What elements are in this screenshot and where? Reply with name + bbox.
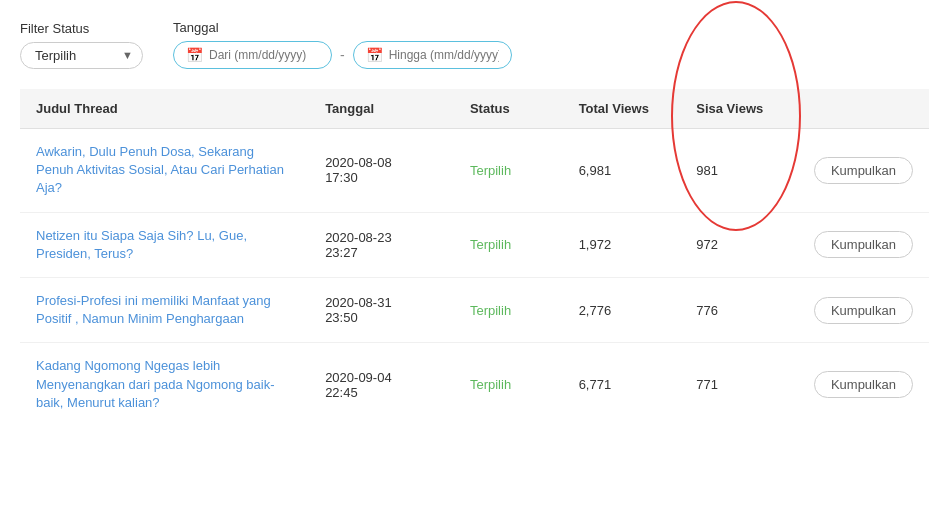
cell-action: Kumpulkan <box>798 212 929 277</box>
tanggal-value: 2020-08-3123:50 <box>325 295 392 325</box>
date-range: 📅 - 📅 <box>173 41 512 69</box>
dari-date-input[interactable] <box>209 48 319 62</box>
cell-tanggal: 2020-09-0422:45 <box>309 343 454 426</box>
hingga-date-input[interactable] <box>389 48 499 62</box>
cell-sisa-views: 771 <box>680 343 798 426</box>
total-views-value: 2,776 <box>579 303 612 318</box>
sisa-views-value: 972 <box>696 237 718 252</box>
table-row: Kadang Ngomong Ngegas lebih Menyenangkan… <box>20 343 929 426</box>
cell-tanggal: 2020-08-0817:30 <box>309 129 454 213</box>
tanggal-value: 2020-08-2323:27 <box>325 230 392 260</box>
kumpulkan-button[interactable]: Kumpulkan <box>814 231 913 258</box>
table-body: Awkarin, Dulu Penuh Dosa, Sekarang Penuh… <box>20 129 929 426</box>
col-header-action <box>798 89 929 129</box>
cell-tanggal: 2020-08-3123:50 <box>309 277 454 342</box>
kumpulkan-button[interactable]: Kumpulkan <box>814 297 913 324</box>
cell-judul: Netizen itu Siapa Saja Sih? Lu, Gue, Pre… <box>20 212 309 277</box>
table-row: Profesi-Profesi ini memiliki Manfaat yan… <box>20 277 929 342</box>
total-views-value: 6,771 <box>579 377 612 392</box>
cell-total-views: 1,972 <box>563 212 681 277</box>
cell-judul: Kadang Ngomong Ngegas lebih Menyenangkan… <box>20 343 309 426</box>
cell-sisa-views: 776 <box>680 277 798 342</box>
col-header-judul: Judul Thread <box>20 89 309 129</box>
calendar-icon: 📅 <box>186 47 203 63</box>
thread-title-link[interactable]: Netizen itu Siapa Saja Sih? Lu, Gue, Pre… <box>36 228 247 261</box>
cell-tanggal: 2020-08-2323:27 <box>309 212 454 277</box>
cell-action: Kumpulkan <box>798 343 929 426</box>
col-header-sisa-views: Sisa Views <box>680 89 798 129</box>
cell-status: Terpilih <box>454 343 563 426</box>
date-range-separator: - <box>340 47 345 63</box>
status-filter-group: Filter Status Terpilih Semua Tidak Terpi… <box>20 21 143 69</box>
calendar-icon-2: 📅 <box>366 47 383 63</box>
filter-bar: Filter Status Terpilih Semua Tidak Terpi… <box>20 20 929 69</box>
cell-judul: Profesi-Profesi ini memiliki Manfaat yan… <box>20 277 309 342</box>
cell-total-views: 6,981 <box>563 129 681 213</box>
thread-title-link[interactable]: Awkarin, Dulu Penuh Dosa, Sekarang Penuh… <box>36 144 284 195</box>
cell-action: Kumpulkan <box>798 277 929 342</box>
col-header-status: Status <box>454 89 563 129</box>
tanggal-value: 2020-09-0422:45 <box>325 370 392 400</box>
table-row: Awkarin, Dulu Penuh Dosa, Sekarang Penuh… <box>20 129 929 213</box>
sisa-views-value: 981 <box>696 163 718 178</box>
cell-judul: Awkarin, Dulu Penuh Dosa, Sekarang Penuh… <box>20 129 309 213</box>
tanggal-value: 2020-08-0817:30 <box>325 155 392 185</box>
col-header-total-views: Total Views <box>563 89 681 129</box>
date-filter-group: Tanggal 📅 - 📅 <box>173 20 512 69</box>
status-badge: Terpilih <box>470 377 511 392</box>
hingga-date-wrapper: 📅 <box>353 41 512 69</box>
status-badge: Terpilih <box>470 237 511 252</box>
cell-status: Terpilih <box>454 277 563 342</box>
cell-status: Terpilih <box>454 129 563 213</box>
cell-sisa-views: 972 <box>680 212 798 277</box>
table-container: Judul Thread Tanggal Status Total Views … <box>20 89 929 426</box>
threads-table: Judul Thread Tanggal Status Total Views … <box>20 89 929 426</box>
kumpulkan-button[interactable]: Kumpulkan <box>814 371 913 398</box>
cell-status: Terpilih <box>454 212 563 277</box>
kumpulkan-button[interactable]: Kumpulkan <box>814 157 913 184</box>
status-select[interactable]: Terpilih Semua Tidak Terpilih <box>20 42 143 69</box>
cell-sisa-views: 981 <box>680 129 798 213</box>
total-views-value: 1,972 <box>579 237 612 252</box>
cell-action: Kumpulkan <box>798 129 929 213</box>
header-row: Judul Thread Tanggal Status Total Views … <box>20 89 929 129</box>
cell-total-views: 2,776 <box>563 277 681 342</box>
tanggal-label: Tanggal <box>173 20 512 35</box>
thread-title-link[interactable]: Kadang Ngomong Ngegas lebih Menyenangkan… <box>36 358 275 409</box>
sisa-views-value: 776 <box>696 303 718 318</box>
status-select-wrapper: Terpilih Semua Tidak Terpilih ▼ <box>20 42 143 69</box>
status-badge: Terpilih <box>470 163 511 178</box>
table-header: Judul Thread Tanggal Status Total Views … <box>20 89 929 129</box>
col-header-tanggal: Tanggal <box>309 89 454 129</box>
total-views-value: 6,981 <box>579 163 612 178</box>
status-filter-label: Filter Status <box>20 21 143 36</box>
status-badge: Terpilih <box>470 303 511 318</box>
thread-title-link[interactable]: Profesi-Profesi ini memiliki Manfaat yan… <box>36 293 271 326</box>
dari-date-wrapper: 📅 <box>173 41 332 69</box>
sisa-views-value: 771 <box>696 377 718 392</box>
cell-total-views: 6,771 <box>563 343 681 426</box>
table-row: Netizen itu Siapa Saja Sih? Lu, Gue, Pre… <box>20 212 929 277</box>
